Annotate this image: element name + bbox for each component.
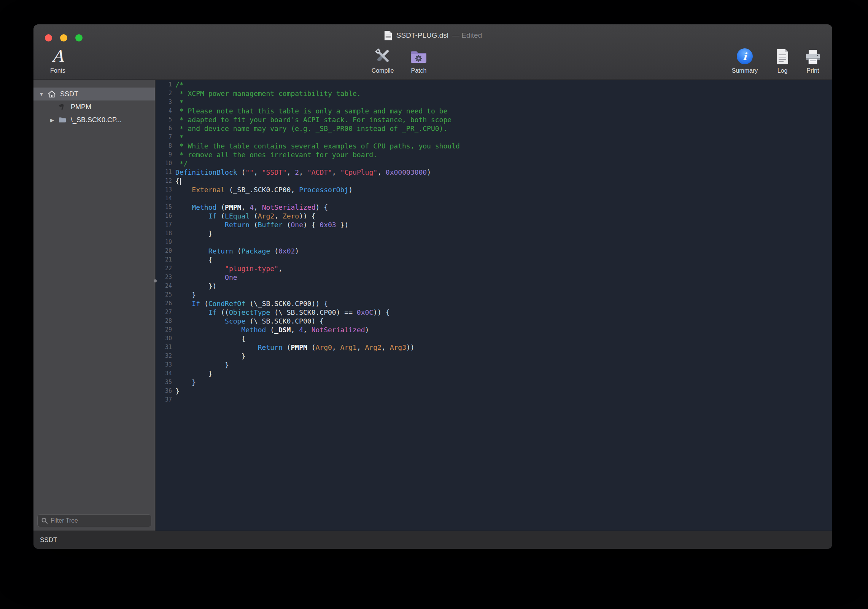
code-line-33[interactable]: 33 } bbox=[156, 360, 832, 369]
code-line-18[interactable]: 18 } bbox=[156, 229, 832, 238]
code-area: 1/*2 * XCPM power management compatibili… bbox=[156, 80, 832, 404]
code-line-10[interactable]: 10 */ bbox=[156, 159, 832, 168]
line-number: 12 bbox=[156, 177, 175, 185]
compile-button[interactable]: Compile bbox=[364, 45, 401, 74]
code-line-29[interactable]: 29 Method (_DSM, 4, NotSerialized) bbox=[156, 325, 832, 334]
line-number: 24 bbox=[156, 282, 175, 290]
line-number: 21 bbox=[156, 255, 175, 264]
line-number: 4 bbox=[156, 107, 175, 115]
code-text: Return (Package (0x02) bbox=[175, 247, 299, 255]
code-editor[interactable]: 1/*2 * XCPM power management compatibili… bbox=[156, 80, 832, 531]
code-line-34[interactable]: 34 } bbox=[156, 369, 832, 378]
line-number: 25 bbox=[156, 290, 175, 299]
line-number: 30 bbox=[156, 334, 175, 343]
code-text: External (_SB_.SCK0.CP00, ProcessorObj) bbox=[175, 185, 353, 194]
fonts-icon: A bbox=[52, 45, 64, 65]
code-line-11[interactable]: 11DefinitionBlock ("", "SSDT", 2, "ACDT"… bbox=[156, 168, 832, 177]
tree-item-pmpm[interactable]: PMPM bbox=[33, 100, 155, 113]
line-number: 26 bbox=[156, 299, 175, 308]
code-line-16[interactable]: 16 If (LEqual (Arg2, Zero)) { bbox=[156, 212, 832, 220]
code-line-26[interactable]: 26 If (CondRefOf (\_SB.SCK0.CP00)) { bbox=[156, 299, 832, 308]
log-document-icon bbox=[775, 45, 790, 65]
code-line-22[interactable]: 22 "plugin-type", bbox=[156, 264, 832, 273]
status-text: SSDT bbox=[40, 536, 57, 544]
code-text: * and device name may vary (e.g. _SB_.PR… bbox=[175, 124, 447, 133]
splitter-handle[interactable] bbox=[154, 279, 157, 282]
patch-label: Patch bbox=[411, 67, 427, 74]
code-line-2[interactable]: 2 * XCPM power management compatibility … bbox=[156, 89, 832, 98]
summary-button[interactable]: i Summary bbox=[727, 45, 763, 74]
code-line-24[interactable]: 24 }) bbox=[156, 282, 832, 290]
code-line-8[interactable]: 8 * While the table contains several exa… bbox=[156, 142, 832, 150]
disclosure-collapsed-icon[interactable]: ▶ bbox=[47, 117, 57, 123]
code-line-17[interactable]: 17 Return (Buffer (One) { 0x03 }) bbox=[156, 220, 832, 229]
code-text: } bbox=[175, 378, 196, 387]
code-line-3[interactable]: 3 * bbox=[156, 98, 832, 107]
code-line-31[interactable]: 31 Return (PMPM (Arg0, Arg1, Arg2, Arg3)… bbox=[156, 343, 832, 352]
code-text: * bbox=[175, 98, 184, 107]
code-line-14[interactable]: 14 bbox=[156, 194, 832, 203]
code-text: If (CondRefOf (\_SB.SCK0.CP00)) { bbox=[175, 299, 328, 308]
code-line-37[interactable]: 37 bbox=[156, 395, 832, 404]
code-line-9[interactable]: 9 * remove all the ones irrelevant for y… bbox=[156, 150, 832, 159]
code-text: } bbox=[175, 352, 245, 360]
text-caret bbox=[180, 178, 181, 185]
fonts-label: Fonts bbox=[50, 67, 65, 74]
code-line-32[interactable]: 32 } bbox=[156, 352, 832, 360]
code-line-21[interactable]: 21 { bbox=[156, 255, 832, 264]
line-number: 17 bbox=[156, 220, 175, 229]
code-line-28[interactable]: 28 Scope (\_SB.SCK0.CP00) { bbox=[156, 317, 832, 325]
line-number: 10 bbox=[156, 159, 175, 168]
line-number: 7 bbox=[156, 133, 175, 142]
search-icon bbox=[41, 517, 48, 524]
code-text: { bbox=[175, 255, 213, 264]
code-text: * bbox=[175, 133, 184, 142]
code-line-35[interactable]: 35 } bbox=[156, 378, 832, 387]
code-text: }) bbox=[175, 282, 216, 290]
window-edited-badge: — Edited bbox=[452, 31, 482, 40]
code-line-36[interactable]: 36} bbox=[156, 387, 832, 395]
line-number: 1 bbox=[156, 80, 175, 89]
code-line-19[interactable]: 19 bbox=[156, 238, 832, 247]
code-line-27[interactable]: 27 If ((ObjectType (\_SB.SCK0.CP00) == 0… bbox=[156, 308, 832, 317]
code-line-25[interactable]: 25 } bbox=[156, 290, 832, 299]
document-proxy-icon[interactable] bbox=[384, 30, 393, 41]
tree-item-label: \_SB.SCK0.CP... bbox=[71, 116, 122, 124]
tree-item-ssdt[interactable]: ▼ SSDT bbox=[33, 88, 155, 100]
fonts-button[interactable]: A Fonts bbox=[40, 45, 76, 74]
tree-item-sb-sck0-cp[interactable]: ▶ \_SB.SCK0.CP... bbox=[33, 113, 155, 126]
code-line-30[interactable]: 30 { bbox=[156, 334, 832, 343]
line-number: 9 bbox=[156, 150, 175, 159]
line-number: 6 bbox=[156, 124, 175, 133]
line-number: 5 bbox=[156, 115, 175, 124]
code-text: If (LEqual (Arg2, Zero)) { bbox=[175, 212, 316, 220]
status-bar: SSDT bbox=[33, 531, 832, 549]
line-number: 13 bbox=[156, 185, 175, 194]
patch-button[interactable]: Patch bbox=[401, 45, 437, 74]
code-text: * Please note that this table is only a … bbox=[175, 107, 447, 115]
code-line-12[interactable]: 12{ bbox=[156, 177, 832, 185]
line-number: 35 bbox=[156, 378, 175, 387]
code-line-23[interactable]: 23 One bbox=[156, 273, 832, 282]
code-line-13[interactable]: 13 External (_SB_.SCK0.CP00, ProcessorOb… bbox=[156, 185, 832, 194]
code-line-20[interactable]: 20 Return (Package (0x02) bbox=[156, 247, 832, 255]
code-text: DefinitionBlock ("", "SSDT", 2, "ACDT", … bbox=[175, 168, 431, 177]
filter-field[interactable] bbox=[37, 514, 151, 527]
code-line-7[interactable]: 7 * bbox=[156, 133, 832, 142]
disclosure-expanded-icon[interactable]: ▼ bbox=[37, 91, 46, 97]
code-line-6[interactable]: 6 * and device name may vary (e.g. _SB_.… bbox=[156, 124, 832, 133]
filter-tree-input[interactable] bbox=[51, 517, 148, 524]
line-number: 31 bbox=[156, 343, 175, 352]
method-icon bbox=[57, 103, 68, 111]
print-button[interactable]: Print bbox=[795, 45, 831, 74]
code-text: */ bbox=[175, 159, 188, 168]
window-title: SSDT-PLUG.dsl bbox=[396, 31, 448, 40]
code-line-1[interactable]: 1/* bbox=[156, 80, 832, 89]
titlebar-toolbar: SSDT-PLUG.dsl — Edited A Fonts bbox=[33, 24, 832, 80]
printer-icon bbox=[804, 45, 822, 65]
code-line-15[interactable]: 15 Method (PMPM, 4, NotSerialized) { bbox=[156, 203, 832, 212]
folder-icon bbox=[57, 117, 68, 123]
code-line-5[interactable]: 5 * adapted to fit your board's ACPI sta… bbox=[156, 115, 832, 124]
code-line-4[interactable]: 4 * Please note that this table is only … bbox=[156, 107, 832, 115]
code-text: * XCPM power management compatibility ta… bbox=[175, 89, 361, 98]
